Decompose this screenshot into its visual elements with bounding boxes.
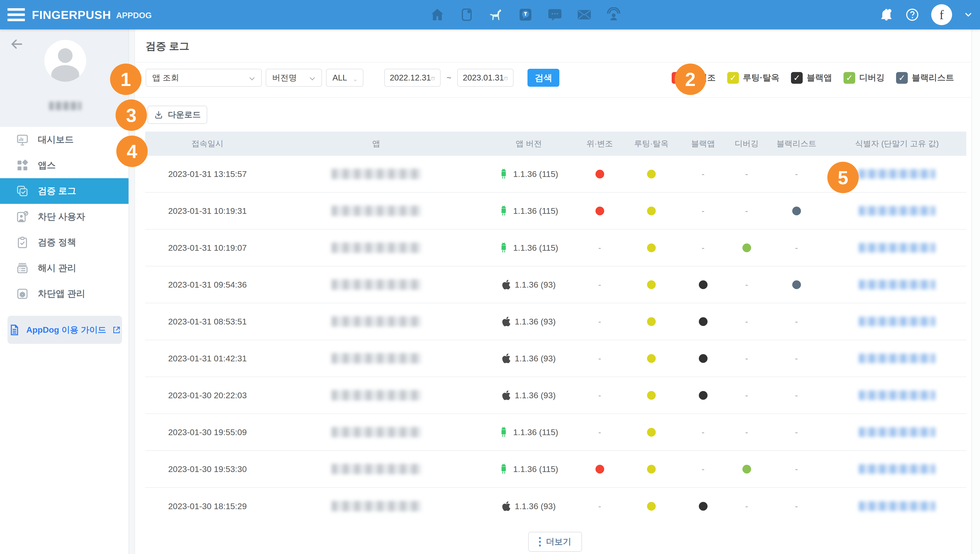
device-identifier-blurred[interactable]	[827, 451, 966, 487]
sidebar-item-label: 차단앱 관리	[38, 287, 85, 300]
profile-avatar[interactable]	[45, 40, 86, 82]
status-dot	[792, 280, 801, 289]
status-rooting	[625, 230, 678, 266]
device-identifier-blurred[interactable]	[827, 377, 966, 414]
help-icon[interactable]	[905, 8, 919, 22]
table-header: 접속일시앱앱 버전위·변조루팅·탈옥블랙앱디버깅블랙리스트식별자 (단말기 고유…	[145, 132, 966, 156]
appdog-guide-link[interactable]: AppDog 이용 가이드	[8, 316, 122, 344]
status-forgery: -	[575, 303, 625, 340]
calendar-icon	[431, 73, 435, 83]
status-debugging: -	[728, 156, 765, 192]
status-empty: -	[745, 354, 748, 363]
status-debugging: -	[728, 377, 765, 414]
status-empty: -	[795, 391, 798, 400]
status-blacklist: -	[765, 414, 827, 450]
status-dot	[647, 243, 656, 252]
status-rooting	[625, 340, 678, 377]
checkbox-디버깅[interactable]: ✓디버깅	[843, 72, 885, 84]
date-to-input[interactable]: 2023.01.31	[457, 69, 514, 87]
account-chevron-down-icon[interactable]	[964, 10, 972, 19]
checkbox-블랙앱[interactable]: ✓블랙앱	[791, 72, 832, 84]
collapse-sidebar-icon[interactable]	[10, 37, 24, 51]
checkbox-check-icon: ✓	[843, 72, 855, 84]
status-dot	[742, 243, 751, 252]
status-blacklist: -	[765, 488, 827, 525]
sidebar-item-blocked-app[interactable]: 차단앱 관리	[0, 281, 129, 307]
page-title: 검증 로그	[146, 39, 189, 53]
status-blacklist	[765, 267, 827, 303]
version-select[interactable]: 버전명	[266, 69, 322, 87]
status-dot	[647, 280, 656, 289]
device-identifier-blurred[interactable]	[827, 488, 966, 525]
status-empty: -	[795, 317, 798, 326]
sidebar-item-blocked-user[interactable]: 차단 사용자	[0, 204, 129, 230]
status-select[interactable]: ALL	[326, 69, 363, 87]
device-identifier-blurred[interactable]	[827, 193, 966, 229]
dashboard-icon	[16, 133, 29, 147]
sidebar-item-hash[interactable]: 해시 관리	[0, 255, 129, 281]
sidebar-item-label: 검증 로그	[38, 185, 76, 197]
access-datetime: 2023-01-31 10:19:31	[145, 193, 270, 229]
status-forgery: -	[575, 230, 625, 266]
app-version: 1.1.36 (115)	[483, 414, 575, 450]
status-filter-checkboxes: ✓위·변조✓루팅·탈옥✓블랙앱✓디버깅✓블랙리스트	[672, 69, 954, 87]
app-select[interactable]: 앱 조회	[146, 69, 262, 87]
status-empty: -	[745, 317, 748, 326]
user-avatar[interactable]: f	[931, 4, 952, 25]
status-dot	[699, 391, 708, 400]
table-row: 2023-01-31 08:53:511.1.36 (93)---	[145, 303, 966, 340]
sidebar-item-log[interactable]: 검증 로그	[0, 178, 129, 204]
sidebar-item-policy[interactable]: 검증 정책	[0, 230, 129, 255]
android-icon	[500, 242, 509, 253]
home-icon[interactable]	[430, 7, 445, 22]
android-icon	[500, 463, 509, 474]
apple-icon	[502, 390, 511, 401]
status-dot	[595, 207, 604, 216]
device-identifier-blurred[interactable]	[827, 230, 966, 266]
device-identifier-blurred[interactable]	[827, 340, 966, 377]
status-blacklist	[765, 193, 827, 229]
status-rooting	[625, 303, 678, 340]
app-name-blurred	[270, 267, 483, 303]
dog-icon[interactable]	[488, 7, 504, 22]
status-blackapp	[678, 377, 728, 414]
status-dot	[699, 502, 708, 511]
status-forgery: -	[575, 267, 625, 303]
broadcast-icon[interactable]	[606, 7, 621, 22]
load-more-button[interactable]: 더보기	[528, 532, 582, 552]
sidebar-item-dashboard[interactable]: 대시보드	[0, 127, 129, 153]
status-empty: -	[745, 206, 748, 216]
status-forgery	[575, 193, 625, 229]
page-scrollbar[interactable]	[972, 29, 980, 554]
status-dot	[595, 170, 604, 179]
checkbox-루팅·탈옥[interactable]: ✓루팅·탈옥	[727, 72, 780, 84]
download-button[interactable]: 다운로드	[148, 106, 207, 124]
status-empty: -	[702, 428, 704, 437]
mail-icon[interactable]	[576, 7, 592, 22]
status-blacklist: -	[765, 377, 827, 414]
app-icon[interactable]	[459, 7, 474, 22]
status-empty: -	[702, 206, 704, 216]
hamburger-menu-icon[interactable]	[8, 8, 25, 21]
status-empty: -	[795, 243, 798, 253]
date-from-input[interactable]: 2022.12.31	[384, 69, 441, 87]
checkbox-블랙리스트[interactable]: ✓블랙리스트	[896, 72, 954, 84]
status-rooting	[625, 451, 678, 487]
talk-icon[interactable]	[518, 7, 533, 22]
device-identifier-blurred[interactable]	[827, 267, 966, 303]
sidebar-item-apps[interactable]: 앱스	[0, 153, 129, 178]
device-identifier-blurred[interactable]	[827, 303, 966, 340]
chat-icon[interactable]	[547, 7, 563, 22]
status-rooting	[625, 377, 678, 414]
annotation-badge-5: 5	[827, 162, 859, 193]
status-dot	[647, 317, 656, 326]
sidebar: 대시보드앱스검증 로그차단 사용자검증 정책해시 관리차단앱 관리 AppDog…	[0, 29, 129, 554]
search-button[interactable]: 검색	[528, 69, 559, 87]
status-dot	[792, 207, 801, 216]
device-identifier-blurred[interactable]	[827, 414, 966, 450]
blocked-user-icon	[16, 210, 29, 224]
status-empty: -	[598, 280, 601, 290]
notification-bell-icon[interactable]	[880, 8, 893, 22]
status-dot	[742, 465, 751, 474]
apps-icon	[16, 158, 29, 172]
